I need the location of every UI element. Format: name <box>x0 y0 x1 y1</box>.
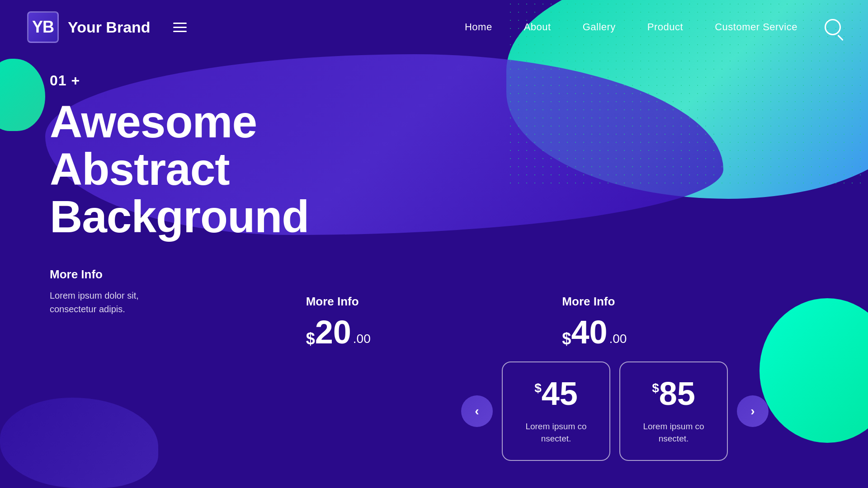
price-dollar-1: $ <box>306 329 315 348</box>
price-block-2: More Info $ 40 .00 <box>562 267 818 348</box>
nav-links: Home About Gallery Product Customer Serv… <box>465 21 797 33</box>
card-description-2: Lorem ipsum co nsectet. <box>631 421 716 445</box>
blob-bottom-left <box>0 398 158 488</box>
hero-title: Awesome Abstract Background <box>50 98 366 240</box>
logo-mark: YB <box>27 11 59 43</box>
card-amount-2: 85 <box>659 377 695 410</box>
navbar: YB Your Brand Home About Gallery Product… <box>0 0 868 54</box>
bottom-section: More Info Lorem ipsum dolor sit, consect… <box>0 240 868 348</box>
cards-section: ‹ $ 45 Lorem ipsum co nsectet. $ 85 Lore… <box>461 361 769 461</box>
price-title-1: More Info <box>306 295 562 309</box>
price-dollar-2: $ <box>562 329 571 348</box>
card-dollar-2: $ <box>652 381 659 395</box>
card-description-1: Lorem ipsum co nsectet. <box>514 421 599 445</box>
price-title-2: More Info <box>562 295 818 309</box>
nav-link-home[interactable]: Home <box>465 21 492 33</box>
info-text-1: Lorem ipsum dolor sit, consectetur adipi… <box>50 289 176 316</box>
nav-item-home[interactable]: Home <box>465 21 492 33</box>
brand-name: Your Brand <box>68 19 151 36</box>
nav-link-customer-service[interactable]: Customer Service <box>715 21 797 33</box>
card-price-1: $ 45 <box>534 377 578 410</box>
price-cents-1: .00 <box>353 329 371 348</box>
card-dollar-1: $ <box>534 381 542 395</box>
card-amount-1: 45 <box>542 377 578 410</box>
hamburger-menu[interactable] <box>173 23 187 32</box>
search-icon[interactable] <box>825 19 841 35</box>
price-display-2: $ 40 .00 <box>562 316 818 348</box>
nav-item-product[interactable]: Product <box>647 21 683 33</box>
slide-number: 01 + <box>50 72 818 89</box>
price-main-1: 20 <box>315 316 351 348</box>
hero-title-line1: Awesome Abstract <box>50 96 257 194</box>
hero-section: 01 + Awesome Abstract Background <box>0 54 868 240</box>
price-display-1: $ 20 .00 <box>306 316 562 348</box>
nav-item-about[interactable]: About <box>524 21 551 33</box>
price-block-1: More Info $ 20 .00 <box>306 267 562 348</box>
nav-item-gallery[interactable]: Gallery <box>583 21 616 33</box>
next-arrow-button[interactable]: › <box>737 395 769 427</box>
info-title-1: More Info <box>50 267 306 282</box>
nav-item-customer-service[interactable]: Customer Service <box>715 21 797 33</box>
nav-link-gallery[interactable]: Gallery <box>583 21 616 33</box>
hero-title-line2: Background <box>50 191 309 242</box>
price-cents-2: .00 <box>609 329 627 348</box>
info-block-1: More Info Lorem ipsum dolor sit, consect… <box>50 267 306 316</box>
prev-arrow-button[interactable]: ‹ <box>461 395 493 427</box>
nav-link-product[interactable]: Product <box>647 21 683 33</box>
price-card-1: $ 45 Lorem ipsum co nsectet. <box>502 361 610 461</box>
price-main-2: 40 <box>571 316 607 348</box>
card-price-2: $ 85 <box>652 377 695 410</box>
nav-link-about[interactable]: About <box>524 21 551 33</box>
price-card-2: $ 85 Lorem ipsum co nsectet. <box>619 361 728 461</box>
